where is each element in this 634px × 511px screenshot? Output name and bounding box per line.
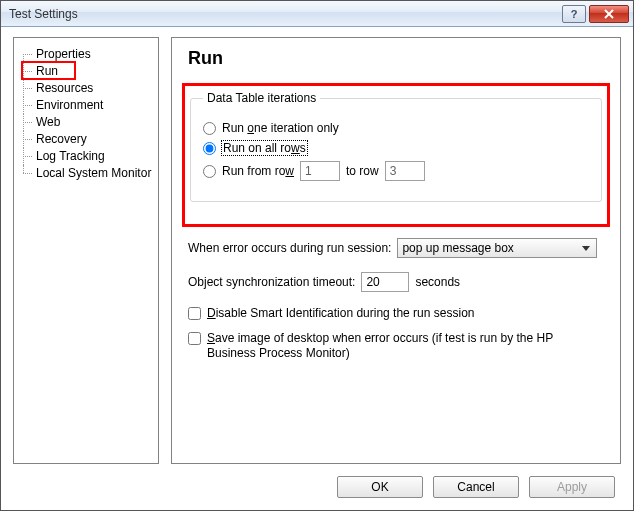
apply-button[interactable]: Apply: [529, 476, 615, 498]
tree-item-properties[interactable]: Properties: [18, 46, 154, 63]
titlebar: Test Settings ?: [1, 1, 633, 27]
timeout-input[interactable]: [361, 272, 409, 292]
from-row-input[interactable]: [300, 161, 340, 181]
category-tree-panel: Properties Run Resources Environment Web…: [13, 37, 159, 464]
tree-item-resources[interactable]: Resources: [18, 80, 154, 97]
close-icon: [603, 9, 615, 19]
checkbox-save-image[interactable]: [188, 332, 201, 345]
tree-item-recovery[interactable]: Recovery: [18, 131, 154, 148]
close-button[interactable]: [589, 5, 629, 23]
checkbox-save-image-label: Save image of desktop when error occurs …: [207, 331, 567, 361]
checkbox-disable-smart-id-label: Disable Smart Identification during the …: [207, 306, 474, 321]
data-table-iterations-group: Data Table iterations Run one iteration …: [190, 91, 602, 202]
error-action-select[interactable]: pop up message box: [397, 238, 597, 258]
radio-one-iteration-label: Run one iteration only: [222, 121, 339, 135]
radio-all-rows-label: Run on all rows: [222, 141, 307, 155]
radio-one-iteration[interactable]: [203, 122, 216, 135]
group-legend: Data Table iterations: [203, 91, 320, 105]
timeout-unit: seconds: [415, 275, 460, 289]
titlebar-buttons: ?: [562, 5, 629, 23]
checkbox-disable-smart-id[interactable]: [188, 307, 201, 320]
tree-item-log-tracking[interactable]: Log Tracking: [18, 148, 154, 165]
chevron-down-icon: [578, 241, 594, 255]
category-tree: Properties Run Resources Environment Web…: [18, 46, 154, 182]
tree-item-local-system-monitor[interactable]: Local System Monitor: [18, 165, 154, 182]
error-action-value: pop up message box: [402, 241, 513, 255]
content-panel: Run Data Table iterations Run one iterat…: [171, 37, 621, 464]
to-row-input[interactable]: [385, 161, 425, 181]
ok-button[interactable]: OK: [337, 476, 423, 498]
dialog-button-bar: OK Cancel Apply: [1, 470, 633, 510]
to-row-label: to row: [346, 164, 379, 178]
client-area: Properties Run Resources Environment Web…: [1, 27, 633, 510]
error-action-label: When error occurs during run session:: [188, 241, 391, 255]
tree-item-run[interactable]: Run: [18, 63, 154, 80]
timeout-label: Object synchronization timeout:: [188, 275, 355, 289]
radio-all-rows[interactable]: [203, 142, 216, 155]
window-title: Test Settings: [9, 7, 562, 21]
page-title: Run: [188, 48, 604, 69]
radio-from-row-label: Run from row: [222, 164, 294, 178]
test-settings-dialog: Test Settings ? Properties Run Resources: [0, 0, 634, 511]
tree-item-web[interactable]: Web: [18, 114, 154, 131]
tree-item-environment[interactable]: Environment: [18, 97, 154, 114]
radio-from-row[interactable]: [203, 165, 216, 178]
help-button[interactable]: ?: [562, 5, 586, 23]
cancel-button[interactable]: Cancel: [433, 476, 519, 498]
